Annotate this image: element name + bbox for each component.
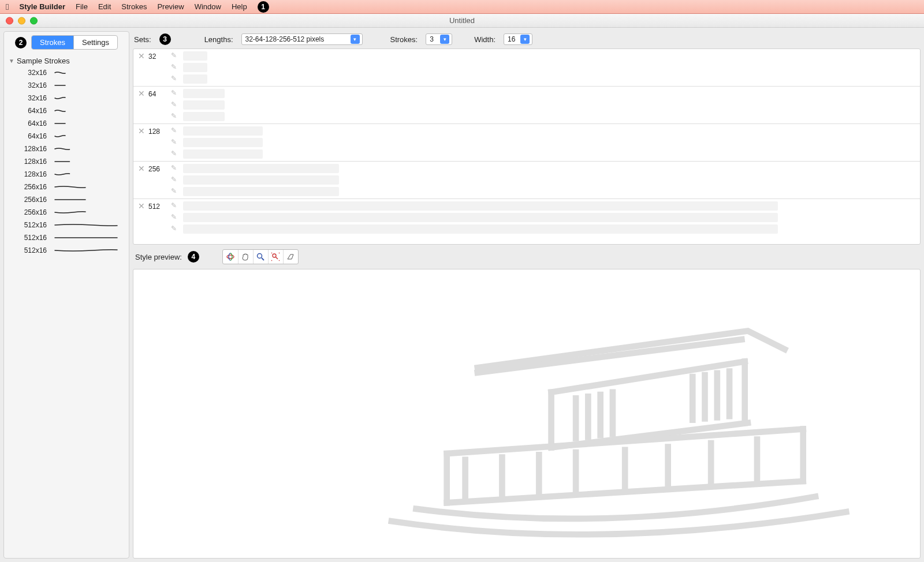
lock-icon[interactable]: ✎ [169,100,178,110]
stroke-item[interactable]: 512x16 [4,219,129,231]
lock-icon[interactable]: ✎ [169,164,178,173]
set-row: ✕32✎✎✎ [133,49,920,87]
orbit-icon[interactable] [223,250,238,264]
menu-preview[interactable]: Preview [157,2,184,11]
lock-icon[interactable]: ✎ [169,126,178,136]
stroke-item[interactable]: 512x16 [4,231,129,244]
remove-row-button[interactable]: ✕ [137,51,146,61]
stroke-sample [51,81,125,89]
zoom-icon[interactable] [253,250,268,264]
remove-row-button[interactable]: ✕ [137,126,146,136]
sets-label: Sets: [134,35,151,44]
stroke-sample [51,183,125,191]
zoom-extents-icon[interactable] [268,250,283,264]
minimize-window-button[interactable] [18,17,25,24]
stroke-swatch[interactable] [183,74,207,84]
width-select[interactable]: 16 ▾ [504,33,532,45]
zoom-window-button[interactable] [30,17,38,24]
stroke-swatch[interactable] [183,112,225,121]
svg-line-2 [262,258,264,260]
stroke-swatch[interactable] [183,126,263,136]
stroke-item[interactable]: 256x16 [4,193,129,206]
stroke-item[interactable]: 128x16 [4,143,129,155]
lock-icon[interactable]: ✎ [169,51,178,61]
lock-icon[interactable]: ✎ [169,89,178,98]
lock-icon[interactable]: ✎ [169,201,178,211]
row-length-label: 64 [148,89,169,98]
stroke-item[interactable]: 32x16 [4,79,129,92]
lock-column: ✎✎✎ [169,164,183,196]
stroke-swatch[interactable] [183,175,339,185]
stroke-swatch[interactable] [183,89,225,98]
stroke-swatch[interactable] [183,187,339,196]
stroke-item[interactable]: 64x16 [4,117,129,130]
lengths-value: 32-64-128-256-512 pixels [245,35,347,43]
stroke-swatch[interactable] [183,149,263,159]
stroke-item[interactable]: 32x16 [4,66,129,79]
tab-settings[interactable]: Settings [73,36,117,49]
stroke-group-header[interactable]: ▼ Sample Strokes [4,55,129,66]
stroke-swatch[interactable] [183,138,263,147]
stroke-dim: 64x16 [20,132,47,140]
remove-row-button[interactable]: ✕ [137,201,146,211]
close-window-button[interactable] [6,17,13,24]
stroke-dim: 64x16 [20,119,47,128]
lock-icon[interactable]: ✎ [169,138,178,147]
stroke-swatch[interactable] [183,164,339,173]
remove-row-button[interactable]: ✕ [137,89,146,98]
sidebar-tabs: Strokes Settings [31,35,118,50]
lock-icon[interactable]: ✎ [169,213,178,222]
stroke-sample [51,246,125,254]
stroke-dim: 256x16 [20,208,47,216]
stroke-item[interactable]: 64x16 [4,130,129,143]
stroke-dim: 512x16 [20,246,47,254]
app-name[interactable]: Style Builder [19,2,65,11]
clear-icon[interactable] [283,250,298,264]
stroke-item[interactable]: 128x16 [4,168,129,181]
preview-sketch [133,269,920,558]
stroke-dim: 512x16 [20,234,47,242]
stroke-item[interactable]: 256x16 [4,181,129,193]
apple-icon[interactable]:  [6,2,9,12]
stroke-swatch[interactable] [183,100,225,110]
stroke-item[interactable]: 128x16 [4,155,129,168]
hand-icon[interactable] [238,250,253,264]
menu-strokes[interactable]: Strokes [121,2,147,11]
lock-icon[interactable]: ✎ [169,74,178,84]
lock-icon[interactable]: ✎ [169,224,178,234]
strokes-sidebar: 2 Strokes Settings ▼ Sample Strokes 32x1… [3,31,129,559]
style-preview-pane[interactable] [133,269,921,559]
lock-icon[interactable]: ✎ [169,149,178,159]
lock-icon[interactable]: ✎ [169,175,178,185]
strokes-select[interactable]: 3 ▾ [426,33,452,45]
preview-toolbar: Style preview: 4 [133,248,921,265]
stroke-item[interactable]: 32x16 [4,92,129,104]
stroke-item[interactable]: 256x16 [4,206,129,219]
stroke-swatch[interactable] [183,51,207,61]
remove-row-button[interactable]: ✕ [137,164,146,173]
svg-marker-5 [288,254,293,259]
menu-window[interactable]: Window [195,2,221,11]
stroke-dim: 128x16 [20,145,47,153]
svg-line-4 [276,257,278,260]
strokes-label: Strokes: [390,35,418,44]
lock-icon[interactable]: ✎ [169,187,178,196]
stroke-item[interactable]: 512x16 [4,244,129,257]
menu-edit[interactable]: Edit [98,2,111,11]
tab-strokes[interactable]: Strokes [32,36,73,49]
stroke-item[interactable]: 64x16 [4,104,129,117]
menu-help[interactable]: Help [232,2,247,11]
lengths-select[interactable]: 32-64-128-256-512 pixels ▾ [241,33,363,45]
stroke-dim: 256x16 [20,196,47,204]
preview-tool-group [222,249,299,264]
stroke-swatch[interactable] [183,63,207,72]
stroke-swatch[interactable] [183,213,778,222]
lock-icon[interactable]: ✎ [169,112,178,121]
stroke-swatch[interactable] [183,201,778,211]
strokes-value: 3 [430,35,437,43]
stroke-swatch[interactable] [183,224,778,234]
lock-icon[interactable]: ✎ [169,63,178,72]
menu-file[interactable]: File [76,2,88,11]
stroke-sample [51,107,125,115]
chevron-down-icon: ▾ [440,35,449,44]
